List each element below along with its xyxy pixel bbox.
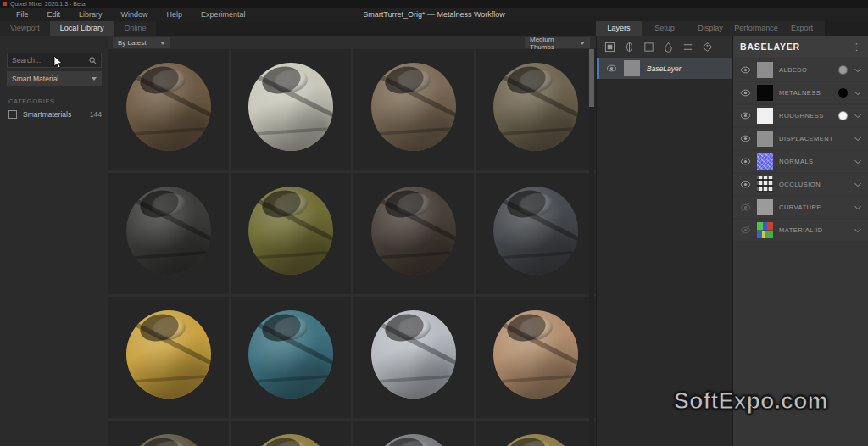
layer-visibility-eye-icon[interactable]	[605, 63, 617, 74]
material-thumbnail[interactable]	[476, 297, 597, 418]
material-sphere	[493, 187, 578, 275]
material-thumbnail[interactable]	[353, 173, 474, 294]
channel-visibility-eye-icon[interactable]	[739, 110, 751, 121]
app-logo-icon	[3, 2, 7, 6]
quixel-mixer-window: Quixel Mixer 2020.1.3 - Beta FileEditLib…	[0, 0, 868, 446]
chevron-down-icon[interactable]	[854, 225, 862, 236]
add-atlas-layer-icon[interactable]	[623, 41, 635, 53]
channel-thumbnail	[757, 85, 773, 101]
channel-visibility-eye-icon[interactable]	[739, 64, 751, 75]
material-sphere	[493, 310, 578, 399]
tab-export[interactable]: Export	[779, 21, 825, 36]
material-thumbnail[interactable]	[476, 49, 597, 170]
layer-name: BaseLayer	[647, 64, 682, 73]
material-thumbnail[interactable]	[353, 49, 474, 170]
chevron-down-icon	[160, 42, 165, 45]
tab-viewport[interactable]: Viewport	[0, 21, 50, 36]
channel-visibility-eye-icon[interactable]	[739, 225, 751, 236]
sort-dropdown[interactable]: By Latest	[113, 37, 170, 48]
tab-setup[interactable]: Setup	[642, 21, 687, 36]
channel-row-metalness[interactable]: METALNESS	[733, 82, 868, 103]
material-sphere	[248, 310, 333, 399]
material-sphere	[493, 63, 578, 151]
grid-scrollbar-thumb[interactable]	[589, 49, 594, 107]
material-thumbnail[interactable]	[231, 421, 352, 446]
categories-heading: CATEGORIES	[8, 98, 55, 105]
material-thumbnail[interactable]	[231, 297, 352, 418]
add-adjustment-layer-icon[interactable]	[682, 41, 693, 53]
material-thumbnail[interactable]	[231, 173, 352, 294]
category-label: Smartmaterials	[23, 110, 84, 119]
menu-item-library[interactable]: Library	[70, 10, 112, 19]
menu-item-help[interactable]: Help	[158, 10, 192, 19]
grid-scrollbar[interactable]	[589, 49, 594, 446]
menu-item-experimental[interactable]: Experimental	[192, 10, 255, 19]
chevron-down-icon[interactable]	[854, 110, 862, 121]
layer-selected-indicator	[597, 58, 599, 79]
channel-row-curvature[interactable]: CURVATURE	[733, 197, 868, 218]
material-thumbnail[interactable]	[108, 173, 229, 294]
channel-row-roughness[interactable]: ROUGHNESS	[733, 105, 868, 126]
material-sphere	[248, 187, 333, 275]
material-sphere	[126, 63, 211, 151]
menu-item-file[interactable]: File	[7, 10, 38, 19]
channel-visibility-eye-icon[interactable]	[739, 156, 751, 167]
material-thumbnail[interactable]	[108, 421, 229, 446]
channels-header: BASELAYER ⋮	[733, 36, 868, 58]
chevron-down-icon[interactable]	[854, 87, 862, 98]
channel-visibility-eye-icon[interactable]	[739, 87, 751, 98]
channel-thumbnail	[757, 176, 773, 192]
chevron-down-icon[interactable]	[854, 202, 862, 213]
channel-visibility-eye-icon[interactable]	[739, 179, 751, 190]
material-type-dropdown[interactable]: Smart Material	[7, 71, 102, 86]
material-thumbnail[interactable]	[353, 421, 474, 446]
tab-display[interactable]: Display	[687, 21, 733, 36]
material-sphere	[126, 434, 211, 446]
material-thumbnail[interactable]	[476, 421, 597, 446]
chevron-down-icon[interactable]	[854, 179, 862, 190]
channel-color-swatch[interactable]	[838, 65, 848, 75]
channel-row-material-id[interactable]: MATERIAL ID	[733, 220, 868, 241]
material-sphere	[126, 310, 211, 399]
channel-color-swatch[interactable]	[838, 111, 848, 120]
search-box[interactable]	[7, 53, 102, 68]
thumb-size-value: Medium Thumbs	[530, 36, 580, 51]
menu-item-edit[interactable]: Edit	[38, 10, 70, 19]
channel-visibility-eye-icon[interactable]	[739, 202, 751, 213]
layers-panel: BaseLayer	[596, 36, 732, 446]
channel-row-normals[interactable]: NORMALS	[733, 151, 868, 172]
channel-row-occlusion[interactable]: OCCLUSION	[733, 174, 868, 195]
channel-color-swatch[interactable]	[838, 88, 848, 98]
channel-row-albedo[interactable]: ALBEDO	[733, 59, 868, 81]
add-paint-layer-icon[interactable]	[701, 41, 713, 53]
add-surface-layer-icon[interactable]	[604, 41, 615, 53]
material-thumbnail[interactable]	[353, 297, 474, 418]
layer-row-baselayer[interactable]: BaseLayer	[597, 58, 732, 79]
material-thumbnail[interactable]	[231, 49, 352, 170]
thumb-size-dropdown[interactable]: Medium Thumbs	[525, 37, 590, 48]
add-liquid-layer-icon[interactable]	[662, 41, 674, 53]
search-input[interactable]	[12, 56, 89, 64]
add-solid-layer-icon[interactable]	[643, 41, 654, 53]
channel-label: ROUGHNESS	[779, 112, 832, 120]
material-thumbnail[interactable]	[108, 297, 229, 418]
kebab-menu-icon[interactable]: ⋮	[852, 42, 861, 52]
material-sphere	[493, 434, 578, 446]
chevron-down-icon[interactable]	[854, 64, 862, 75]
channel-visibility-eye-icon[interactable]	[739, 133, 751, 144]
tab-local-library[interactable]: Local Library	[50, 21, 114, 36]
chevron-down-icon[interactable]	[854, 156, 862, 167]
tab-layers[interactable]: Layers	[596, 21, 642, 36]
material-thumbnail[interactable]	[108, 49, 229, 170]
chevron-down-icon[interactable]	[854, 133, 862, 144]
material-thumbnail[interactable]	[476, 173, 597, 294]
category-checkbox[interactable]	[8, 110, 17, 119]
channel-thumbnail	[757, 153, 773, 170]
channel-row-displacement[interactable]: DISPLACEMENT	[733, 128, 868, 149]
category-item-smartmaterials[interactable]: Smartmaterials 144	[8, 110, 102, 119]
channels-panel-title: BASELAYER	[740, 42, 852, 52]
tab-performance[interactable]: Performance	[733, 21, 779, 36]
material-type-value: Smart Material	[12, 75, 58, 83]
tab-online[interactable]: Online	[114, 21, 156, 36]
menu-item-window[interactable]: Window	[112, 10, 158, 19]
